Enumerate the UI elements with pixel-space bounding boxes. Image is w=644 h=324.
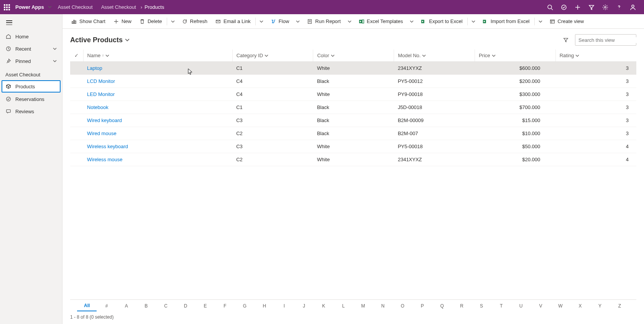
alpha-jump[interactable]: Y: [590, 301, 610, 311]
run-report-dropdown[interactable]: [345, 14, 355, 28]
nav-pinned[interactable]: Pinned: [0, 55, 62, 67]
alpha-jump[interactable]: O: [393, 301, 412, 311]
nav-reservations[interactable]: Reservations: [0, 93, 62, 105]
column-header-color[interactable]: Color: [313, 50, 394, 62]
product-link[interactable]: Laptop: [87, 65, 102, 71]
breadcrumb-env[interactable]: Asset Checkout: [58, 4, 93, 10]
row-checkbox[interactable]: [70, 140, 83, 153]
alpha-jump[interactable]: L: [334, 301, 353, 311]
flow-dropdown[interactable]: [293, 14, 303, 28]
alpha-jump[interactable]: X: [570, 301, 590, 311]
alpha-jump[interactable]: Q: [432, 301, 452, 311]
nav-recent[interactable]: Recent: [0, 43, 62, 55]
import-excel-button[interactable]: Import from Excel: [478, 14, 534, 28]
show-chart-button[interactable]: Show Chart: [67, 14, 109, 28]
search-box[interactable]: [575, 34, 636, 46]
product-link[interactable]: Wired keyboard: [87, 117, 122, 123]
filter-icon[interactable]: [588, 4, 595, 11]
waffle-icon[interactable]: [3, 3, 11, 11]
table-row[interactable]: Wired keyboard C3 Black B2M-00009 $15.00…: [70, 114, 636, 127]
export-excel-dropdown[interactable]: [468, 14, 478, 28]
alpha-jump[interactable]: M: [353, 301, 373, 311]
search-input[interactable]: [578, 37, 643, 43]
delete-dropdown[interactable]: [168, 14, 178, 28]
row-checkbox[interactable]: [70, 62, 83, 75]
row-checkbox[interactable]: [70, 101, 83, 114]
email-dropdown[interactable]: [256, 14, 266, 28]
assistant-icon[interactable]: [560, 4, 567, 11]
filter-button[interactable]: [560, 35, 571, 45]
email-link-button[interactable]: Email a Link: [211, 14, 255, 28]
refresh-button[interactable]: Refresh: [178, 14, 212, 28]
product-link[interactable]: Wireless mouse: [87, 157, 122, 162]
create-view-button[interactable]: Create view: [545, 14, 588, 28]
row-checkbox[interactable]: [70, 153, 83, 166]
nav-home[interactable]: Home: [0, 30, 62, 43]
add-icon[interactable]: [574, 4, 581, 11]
run-report-button[interactable]: Run Report: [303, 14, 344, 28]
product-link[interactable]: Notebook: [87, 104, 108, 110]
alpha-jump[interactable]: #: [97, 301, 116, 311]
alpha-jump[interactable]: F: [215, 301, 235, 311]
alpha-jump[interactable]: W: [550, 301, 570, 311]
alpha-jump[interactable]: Z: [610, 301, 629, 311]
alpha-jump[interactable]: A: [117, 301, 136, 311]
alpha-jump[interactable]: C: [156, 301, 176, 311]
table-row[interactable]: Wireless keyboard C3 White PY5-00018 $50…: [70, 140, 636, 153]
column-header-price[interactable]: Price: [475, 50, 555, 62]
column-header-model[interactable]: Model No.: [394, 50, 475, 62]
alpha-jump[interactable]: All: [77, 301, 97, 311]
chevron-down-icon[interactable]: [53, 46, 57, 52]
alpha-jump[interactable]: U: [511, 301, 531, 311]
excel-templates-button[interactable]: Excel Templates: [355, 14, 407, 28]
product-link[interactable]: LCD Monitor: [87, 78, 115, 84]
view-title-dropdown[interactable]: Active Products: [70, 36, 130, 44]
alpha-jump[interactable]: R: [452, 301, 472, 311]
chevron-down-icon[interactable]: [48, 4, 52, 10]
table-row[interactable]: Laptop C1 White 2341XYXZ $600.000 3: [70, 62, 636, 75]
product-link[interactable]: Wired mouse: [87, 131, 117, 136]
settings-icon[interactable]: [602, 4, 609, 11]
help-icon[interactable]: [616, 4, 623, 11]
alpha-jump[interactable]: T: [491, 301, 511, 311]
search-icon[interactable]: [547, 4, 554, 11]
alpha-jump[interactable]: N: [373, 301, 393, 311]
flow-button[interactable]: Flow: [266, 14, 293, 28]
row-checkbox[interactable]: [70, 75, 83, 88]
alpha-jump[interactable]: I: [274, 301, 294, 311]
excel-templates-dropdown[interactable]: [407, 14, 417, 28]
table-row[interactable]: LED Monitor C4 White PY9-00018 $300.000 …: [70, 88, 636, 101]
alpha-jump[interactable]: G: [235, 301, 255, 311]
table-row[interactable]: Notebook C1 Black J5D-00018 $700.000 3: [70, 101, 636, 114]
select-all-checkbox[interactable]: ✓: [70, 50, 83, 62]
table-row[interactable]: LCD Monitor C4 Black PY5-00012 $200.000 …: [70, 75, 636, 88]
chevron-down-icon[interactable]: [53, 58, 57, 64]
nav-reviews[interactable]: Reviews: [0, 105, 62, 117]
alpha-jump[interactable]: P: [412, 301, 432, 311]
table-row[interactable]: Wireless mouse C2 White 2341XYXZ $20.000…: [70, 153, 636, 166]
column-header-category[interactable]: Category ID: [232, 50, 313, 62]
row-checkbox[interactable]: [70, 88, 83, 101]
nav-products[interactable]: Products: [2, 80, 61, 93]
alpha-jump[interactable]: V: [531, 301, 550, 311]
breadcrumb-app[interactable]: Asset Checkout: [101, 4, 136, 10]
user-icon[interactable]: [629, 4, 636, 11]
app-name[interactable]: Power Apps: [15, 4, 44, 10]
export-excel-button[interactable]: Export to Excel: [417, 14, 466, 28]
product-link[interactable]: LED Monitor: [87, 91, 115, 97]
alpha-jump[interactable]: K: [314, 301, 334, 311]
alpha-jump[interactable]: H: [255, 301, 274, 311]
row-checkbox[interactable]: [70, 127, 83, 140]
hamburger-button[interactable]: [0, 17, 62, 29]
product-link[interactable]: Wireless keyboard: [87, 144, 128, 149]
alpha-jump[interactable]: B: [136, 301, 156, 311]
alpha-jump[interactable]: J: [294, 301, 314, 311]
row-checkbox[interactable]: [70, 114, 83, 127]
column-header-rating[interactable]: Rating: [555, 50, 636, 62]
column-header-name[interactable]: Name ↑: [83, 50, 232, 62]
alpha-jump[interactable]: D: [176, 301, 195, 311]
table-row[interactable]: Wired mouse C2 Black B2M-007 $10.000 3: [70, 127, 636, 140]
new-button[interactable]: New: [109, 14, 135, 28]
alpha-jump[interactable]: S: [472, 301, 491, 311]
import-excel-dropdown[interactable]: [536, 14, 545, 28]
